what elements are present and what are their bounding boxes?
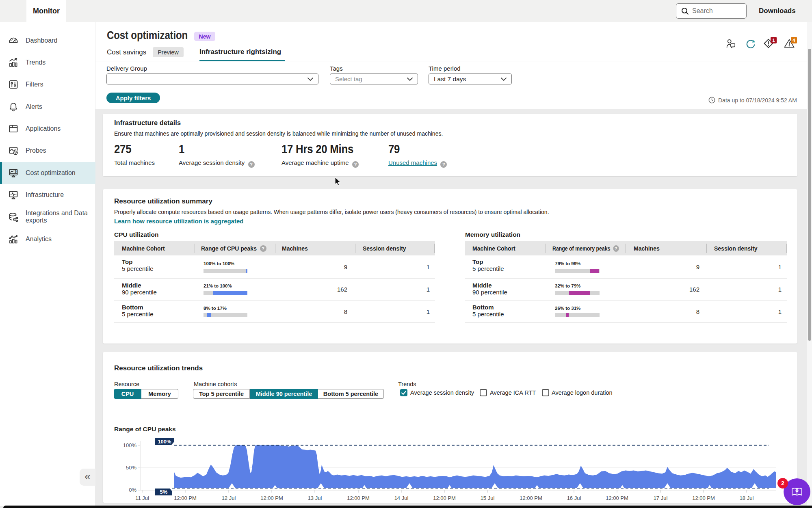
svg-text:$: $ (15, 169, 17, 173)
